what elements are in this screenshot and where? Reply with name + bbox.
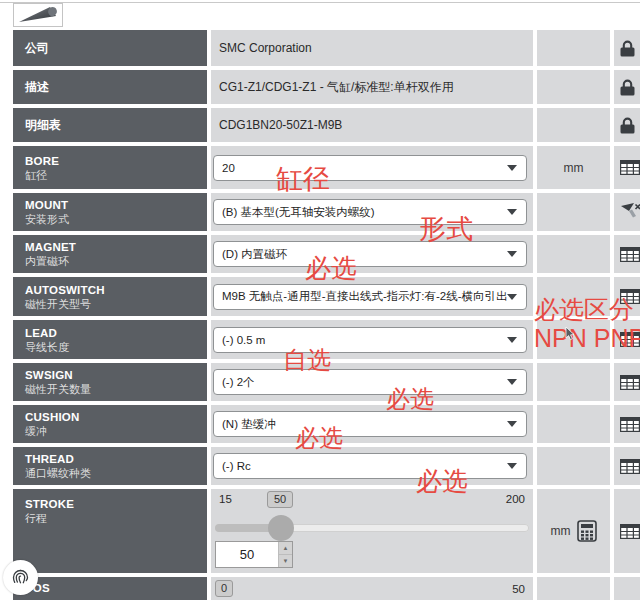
lock-icon [620, 79, 635, 96]
icon-cell [614, 108, 640, 142]
unit-cell [537, 235, 610, 273]
row-label-mount: MOUNT 安装形式 [13, 193, 207, 231]
icon-cell [614, 70, 640, 104]
unit-cell [537, 193, 610, 231]
icon-cell [614, 363, 640, 401]
lead-cell: (-) 0.5 m [211, 320, 533, 359]
unit-cell [537, 447, 610, 485]
lead-dropdown[interactable]: (-) 0.5 m [213, 327, 527, 353]
calculator-icon[interactable] [577, 520, 597, 542]
row-label-pos: POS [13, 577, 207, 600]
stroke-value-input[interactable]: 50 ▲ ▼ [215, 541, 293, 568]
unit-cell [537, 70, 610, 104]
chevron-down-icon [507, 294, 517, 300]
row-label-stroke: STROKE 行程 [13, 489, 207, 573]
cushion-dropdown[interactable]: (N) 垫缓冲 [213, 411, 527, 437]
pos-max: 50 [512, 583, 525, 595]
table-icon[interactable] [620, 247, 640, 262]
top-divider [0, 2, 640, 3]
cylinder-image [16, 6, 60, 24]
chevron-down-icon [507, 209, 517, 215]
row-label-company: 公司 [13, 30, 207, 66]
table-icon[interactable] [620, 417, 640, 432]
unit-cell [537, 577, 610, 600]
description-value: CG1-Z1/CDG1-Z1 - 气缸/标准型:单杆双作用 [211, 70, 533, 104]
swsign-dropdown[interactable]: (-) 2个 [213, 369, 527, 395]
cursor-icon [565, 327, 577, 341]
icon-cell [614, 320, 640, 359]
row-label-bore: BORE 缸径 [13, 146, 207, 189]
table-row: AUTOSWITCH 磁性开关型号 M9B 无触点-通用型-直接出线式-指示灯:… [13, 277, 640, 316]
autoswitch-cell: M9B 无触点-通用型-直接出线式-指示灯:有-2线-横向引出 [211, 277, 533, 316]
unit-cell [537, 277, 610, 316]
table-row: SWSIGN 磁性开关数量 (-) 2个 [13, 363, 640, 401]
table-row: MOUNT 安装形式 (B) 基本型(无耳轴安装内螺纹) [13, 193, 640, 231]
company-value: SMC Corporation [211, 30, 533, 66]
icon-cell [614, 146, 640, 189]
icon-cell [614, 235, 640, 273]
chevron-down-icon [507, 337, 517, 343]
pos-cell: 0 50 [211, 577, 533, 600]
icon-cell [614, 277, 640, 316]
icon-cell [614, 193, 640, 231]
table-row: BORE 缸径 20 mm [13, 146, 640, 189]
table-row: 公司 SMC Corporation [13, 30, 640, 66]
stroke-unit: mm [537, 489, 610, 573]
mount-dropdown[interactable]: (B) 基本型(无耳轴安装内螺纹) [213, 199, 527, 225]
row-label-autoswitch: AUTOSWITCH 磁性开关型号 [13, 277, 207, 316]
table-row: 描述 CG1-Z1/CDG1-Z1 - 气缸/标准型:单杆双作用 [13, 70, 640, 104]
row-label-swsign: SWSIGN 磁性开关数量 [13, 363, 207, 401]
swsign-cell: (-) 2个 [211, 363, 533, 401]
stroke-max: 200 [506, 493, 525, 505]
bore-cell: 20 [211, 146, 533, 189]
magnet-dropdown[interactable]: (D) 内置磁环 [213, 241, 527, 267]
magnet-cell: (D) 内置磁环 [211, 235, 533, 273]
thread-dropdown[interactable]: (-) Rc [213, 453, 527, 479]
slider-handle[interactable] [268, 515, 294, 541]
lock-icon [620, 117, 635, 134]
chevron-down-icon [507, 379, 517, 385]
table-row: CUSHION 缓冲 (N) 垫缓冲 [13, 405, 640, 443]
table-icon[interactable] [620, 332, 640, 347]
cushion-cell: (N) 垫缓冲 [211, 405, 533, 443]
configurator-table: 公司 SMC Corporation 描述 CG1-Z1/CDG1-Z1 - 气… [13, 30, 640, 600]
chevron-down-icon [507, 463, 517, 469]
stroke-scale: 15 50 200 [215, 492, 527, 508]
autoswitch-dropdown[interactable]: M9B 无触点-通用型-直接出线式-指示灯:有-2线-横向引出 [213, 284, 527, 310]
filter-icon[interactable] [620, 203, 640, 221]
stroke-min: 15 [219, 493, 232, 505]
row-label-partlist: 明细表 [13, 108, 207, 142]
row-label-thread: THREAD 通口螺纹种类 [13, 447, 207, 485]
table-icon[interactable] [620, 524, 640, 539]
icon-cell [614, 577, 640, 600]
thread-cell: (-) Rc [211, 447, 533, 485]
row-label-magnet: MAGNET 内置磁环 [13, 235, 207, 273]
stroke-cell: 15 50 200 50 ▲ ▼ [211, 489, 533, 573]
icon-cell [614, 405, 640, 443]
table-icon[interactable] [620, 375, 640, 390]
icon-cell [614, 447, 640, 485]
lock-icon [620, 40, 635, 57]
unit-cell [537, 108, 610, 142]
spinner-up-icon[interactable]: ▲ [279, 542, 292, 555]
unit-cell [537, 405, 610, 443]
chevron-down-icon [507, 421, 517, 427]
product-thumbnail[interactable] [13, 3, 63, 27]
stroke-value: 50 [216, 542, 278, 567]
table-row: STROKE 行程 15 50 200 50 ▲ ▼ mm [13, 489, 640, 573]
spinner-down-icon[interactable]: ▼ [279, 555, 292, 567]
chevron-down-icon [507, 165, 517, 171]
table-row: THREAD 通口螺纹种类 (-) Rc [13, 447, 640, 485]
mount-cell: (B) 基本型(无耳轴安装内螺纹) [211, 193, 533, 231]
bore-dropdown[interactable]: 20 [213, 155, 527, 181]
unit-cell [537, 363, 610, 401]
stroke-current-badge[interactable]: 50 [267, 491, 293, 508]
row-label-lead: LEAD 导线长度 [13, 320, 207, 359]
table-icon[interactable] [620, 160, 640, 175]
stroke-slider[interactable] [215, 524, 529, 532]
fingerprint-icon[interactable] [3, 560, 38, 595]
partnumber-value: CDG1BN20-50Z1-M9B [211, 108, 533, 142]
table-icon[interactable] [620, 459, 640, 474]
chevron-down-icon [507, 251, 517, 257]
table-icon[interactable] [620, 289, 640, 304]
